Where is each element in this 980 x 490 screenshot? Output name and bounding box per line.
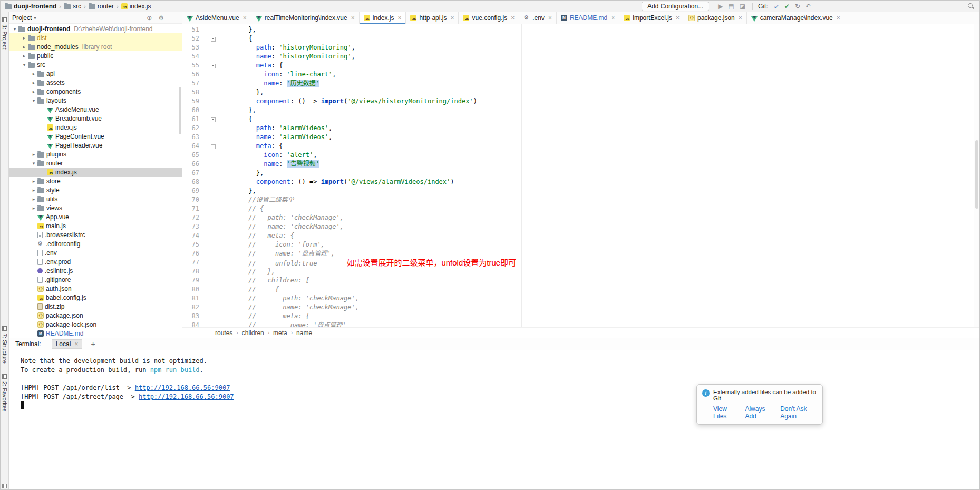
editor-tab[interactable]: AsideMenu.vue×: [182, 12, 251, 24]
terminal-tab[interactable]: Local×: [52, 339, 83, 349]
code-text[interactable]: component: () => import('@/views/alarmVi…: [226, 178, 454, 187]
code-text[interactable]: meta: {: [226, 142, 283, 151]
tree-item[interactable]: ▸dist: [9, 33, 182, 42]
rollback-icon[interactable]: ↶: [803, 1, 813, 12]
tree-item[interactable]: dist.zip: [9, 302, 182, 311]
chevron-down-icon[interactable]: ▾: [30, 161, 37, 166]
build-icon[interactable]: ▤: [725, 1, 736, 12]
chevron-right-icon[interactable]: ▸: [30, 188, 37, 193]
line-number[interactable]: 76: [182, 249, 199, 258]
chevron-down-icon[interactable]: ▾: [11, 26, 18, 32]
line-number[interactable]: 58: [182, 88, 199, 97]
tree-item[interactable]: .env: [9, 248, 182, 257]
editor-breadcrumb-item[interactable]: children: [242, 329, 264, 337]
line-number[interactable]: 82: [182, 303, 199, 312]
code-text[interactable]: // path: 'checkManage',: [226, 213, 344, 222]
terminal-link[interactable]: http://192.168.66.56:9007: [139, 393, 234, 400]
line-number[interactable]: 62: [182, 124, 199, 133]
tree-item[interactable]: ▸style: [9, 185, 182, 194]
breadcrumb-item[interactable]: duoji-frontend: [4, 3, 57, 10]
chevron-right-icon[interactable]: ▸: [21, 35, 28, 41]
editor-breadcrumb-item[interactable]: meta: [273, 329, 287, 337]
close-icon[interactable]: ×: [351, 15, 355, 21]
terminal-link[interactable]: http://192.168.66.56:9007: [135, 384, 230, 391]
tree-item[interactable]: .eslintrc.js: [9, 266, 182, 275]
commit-icon[interactable]: ✔: [782, 1, 792, 12]
gear-icon[interactable]: ⚙: [156, 14, 166, 22]
code-text[interactable]: // },: [226, 267, 275, 276]
tree-item[interactable]: ▸plugins: [9, 150, 182, 159]
editor-code[interactable]: 51 },52 {53 path: 'historyMonitoring',54…: [182, 24, 979, 327]
code-text[interactable]: name: 'historyMonitoring',: [226, 52, 355, 61]
line-number[interactable]: 53: [182, 43, 199, 52]
tree-item[interactable]: main.js: [9, 221, 182, 230]
close-icon[interactable]: ×: [511, 15, 515, 21]
line-number[interactable]: 51: [182, 25, 199, 34]
code-text[interactable]: //设置二级菜单: [226, 195, 294, 204]
code-text[interactable]: // unfold:true如需设置展开的二级菜单，unfold设置为true即…: [226, 258, 516, 267]
editor-tab[interactable]: .env×: [519, 12, 557, 24]
tree-item[interactable]: ▸components: [9, 87, 182, 96]
line-number[interactable]: 67: [182, 169, 199, 178]
project-panel-title[interactable]: Project: [12, 14, 32, 22]
line-number[interactable]: 78: [182, 267, 199, 276]
notification-action[interactable]: Always Add: [745, 405, 772, 420]
chevron-right-icon[interactable]: ▸: [30, 152, 37, 157]
editor-tab[interactable]: realTimeMonitoring\index.vue×: [251, 12, 360, 24]
code-text[interactable]: path: 'historyMonitoring',: [226, 43, 355, 52]
code-text[interactable]: // path: 'checkManage',: [226, 294, 359, 303]
fold-marker[interactable]: [199, 61, 226, 70]
line-number[interactable]: 56: [182, 70, 199, 79]
toolwindow-toggle-icon[interactable]: [2, 484, 7, 488]
breadcrumb-item[interactable]: src: [63, 3, 82, 10]
editor-tab[interactable]: cameraManage\index.vue×: [747, 12, 845, 24]
line-number[interactable]: 80: [182, 285, 199, 294]
tree-item[interactable]: ▸views: [9, 203, 182, 212]
line-number[interactable]: 75: [182, 240, 199, 249]
line-number[interactable]: 65: [182, 151, 199, 160]
code-text[interactable]: },: [226, 88, 264, 97]
chevron-right-icon[interactable]: ▸: [30, 80, 37, 85]
close-icon[interactable]: ×: [548, 15, 552, 21]
code-text[interactable]: icon: 'alert',: [226, 151, 317, 160]
code-text[interactable]: },: [226, 169, 264, 178]
line-number[interactable]: 63: [182, 133, 199, 142]
code-text[interactable]: // name: 'checkManage',: [226, 222, 344, 231]
line-number[interactable]: 69: [182, 187, 199, 195]
code-text[interactable]: {: [226, 115, 253, 124]
locate-file-icon[interactable]: ⊕: [144, 14, 154, 22]
line-number[interactable]: 57: [182, 79, 199, 88]
close-icon[interactable]: ×: [676, 15, 680, 21]
line-number[interactable]: 71: [182, 204, 199, 213]
line-number[interactable]: 74: [182, 231, 199, 240]
fold-marker[interactable]: [199, 115, 226, 124]
code-text[interactable]: // meta: {: [226, 312, 309, 321]
code-text[interactable]: name: '历史数据': [226, 79, 319, 88]
code-text[interactable]: },: [226, 187, 256, 195]
tree-item[interactable]: ▸assets: [9, 78, 182, 87]
project-scrollbar-thumb[interactable]: [179, 87, 181, 134]
line-number[interactable]: 68: [182, 178, 199, 187]
line-number[interactable]: 59: [182, 97, 199, 106]
chevron-right-icon[interactable]: ▸: [30, 179, 37, 184]
line-number[interactable]: 84: [182, 321, 199, 327]
tree-item[interactable]: AsideMenu.vue: [9, 105, 182, 114]
tree-item[interactable]: ▸public: [9, 51, 182, 60]
tree-item[interactable]: ▾src: [9, 60, 182, 69]
line-number[interactable]: 64: [182, 142, 199, 151]
line-number[interactable]: 77: [182, 258, 199, 267]
editor-tab[interactable]: http-api.js×: [406, 12, 459, 24]
tree-item[interactable]: ▸api: [9, 69, 182, 78]
code-text[interactable]: // name: 'checkManage',: [226, 303, 359, 312]
line-number[interactable]: 54: [182, 52, 199, 61]
close-icon[interactable]: ×: [243, 15, 247, 21]
line-number[interactable]: 79: [182, 276, 199, 285]
line-number[interactable]: 61: [182, 115, 199, 124]
tree-item[interactable]: ▾router: [9, 159, 182, 168]
code-text[interactable]: },: [226, 25, 256, 34]
toolwindow-button-1-project[interactable]: 1: Project: [2, 17, 8, 49]
editor-tab[interactable]: importExcel.js×: [619, 12, 684, 24]
line-number[interactable]: 60: [182, 106, 199, 115]
tree-item[interactable]: auth.json: [9, 284, 182, 293]
close-icon[interactable]: ×: [397, 15, 401, 21]
